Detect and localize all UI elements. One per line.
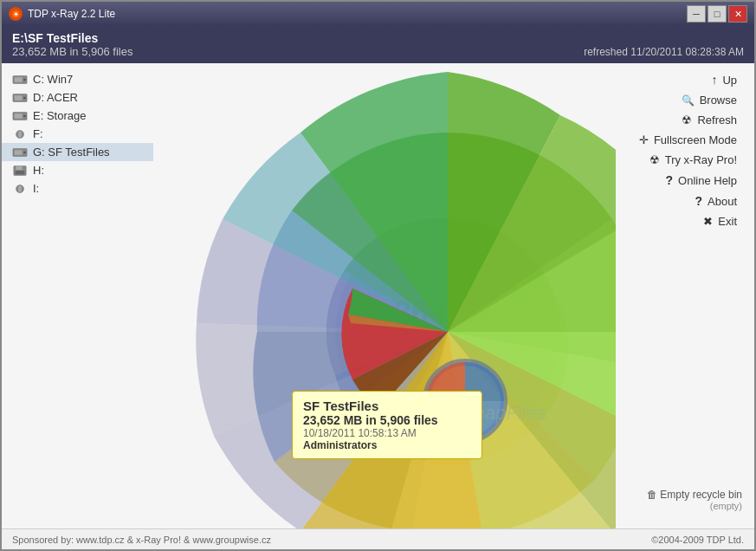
usb-icon <box>12 183 28 195</box>
recycle-bin-button[interactable]: 🗑 Empty recycle bin <box>647 489 742 501</box>
fullscreen-button[interactable]: ✛ Fullscreen Mode <box>634 131 742 149</box>
xray-pro-label: Try x-Ray Pro! <box>665 153 737 166</box>
svg-rect-15 <box>16 165 23 170</box>
hdd-icon <box>12 146 28 159</box>
drive-label: F: <box>33 127 43 140</box>
header-bar: E:\SF TestFiles 23,652 MB in 5,906 files… <box>2 26 754 63</box>
window-title: TDP x-Ray 2.2 Lite <box>28 8 115 20</box>
up-icon: ↑ <box>711 73 717 87</box>
tooltip-size: 23,652 MB in 5,906 files <box>303 413 471 427</box>
close-button[interactable]: ✕ <box>728 5 747 23</box>
svg-point-8 <box>23 114 26 117</box>
current-path: E:\SF TestFiles <box>12 31 744 45</box>
tooltip-date: 10/18/2011 10:58:13 AM <box>303 427 471 439</box>
sunburst-panel[interactable]: 264 GB <box>153 63 616 528</box>
tooltip-title: SF TestFiles <box>303 399 471 413</box>
main-window: ☀ TDP x-Ray 2.2 Lite ─ □ ✕ E:\SF TestFil… <box>0 0 756 551</box>
fullscreen-icon: ✛ <box>639 133 649 146</box>
xray-pro-icon: ☢ <box>649 153 660 166</box>
about-icon: ? <box>695 194 702 208</box>
header-size: 23,652 MB in 5,906 files <box>12 45 132 58</box>
header-refreshed: refreshed 11/20/2011 08:28:38 AM <box>584 46 744 58</box>
drive-item-d[interactable]: D: ACER <box>2 88 153 107</box>
refresh-icon: ☢ <box>682 113 692 126</box>
svg-point-13 <box>23 151 26 153</box>
svg-rect-4 <box>15 95 23 100</box>
drive-list: C: Win7 D: ACER E: Storage F: G: SF Test… <box>2 63 153 528</box>
floppy-icon <box>12 165 28 177</box>
drive-label: I: <box>33 182 39 195</box>
help-icon: ? <box>666 173 674 187</box>
online-help-label: Online Help <box>678 174 737 187</box>
drive-item-c[interactable]: C: Win7 <box>2 70 153 88</box>
usb-icon <box>12 128 28 140</box>
title-buttons: ─ □ ✕ <box>687 5 747 23</box>
svg-rect-18 <box>18 185 22 191</box>
tooltip-box: SF TestFiles 23,652 MB in 5,906 files 10… <box>292 391 482 459</box>
up-label: Up <box>722 74 737 87</box>
drive-label: C: Win7 <box>33 73 73 86</box>
about-button[interactable]: ? About <box>689 191 742 211</box>
svg-point-2 <box>23 78 26 81</box>
up-button[interactable]: ↑ Up <box>706 70 742 89</box>
hdd-icon <box>12 74 28 86</box>
svg-rect-7 <box>15 113 23 118</box>
xray-pro-button[interactable]: ☢ Try x-Ray Pro! <box>644 151 742 169</box>
svg-rect-12 <box>15 150 23 154</box>
browse-button[interactable]: 🔍 Browse <box>676 91 742 109</box>
hdd-icon <box>12 110 28 122</box>
hdd-icon <box>12 92 28 104</box>
header-info: 23,652 MB in 5,906 files refreshed 11/20… <box>12 45 744 58</box>
app-icon: ☀ <box>9 7 23 21</box>
drive-item-e[interactable]: E: Storage <box>2 107 153 125</box>
main-content: C: Win7 D: ACER E: Storage F: G: SF Test… <box>2 63 754 528</box>
svg-rect-1 <box>15 77 23 81</box>
refresh-label: Refresh <box>697 113 737 126</box>
svg-rect-16 <box>16 171 25 175</box>
svg-point-5 <box>23 96 26 99</box>
right-panel: ↑ Up 🔍 Browse ☢ Refresh ✛ Fullscreen Mod… <box>616 63 754 528</box>
drive-label: D: ACER <box>33 91 78 104</box>
online-help-button[interactable]: ? Online Help <box>661 171 743 190</box>
exit-button[interactable]: ✖ Exit <box>698 212 742 230</box>
title-bar: ☀ TDP x-Ray 2.2 Lite ─ □ ✕ <box>2 2 754 26</box>
drive-label: H: <box>33 164 44 177</box>
maximize-button[interactable]: □ <box>708 5 727 23</box>
footer-copyright: ©2004-2009 TDP Ltd. <box>651 535 744 545</box>
exit-label: Exit <box>718 215 737 228</box>
drive-item-f[interactable]: F: <box>2 125 153 143</box>
title-bar-left: ☀ TDP x-Ray 2.2 Lite <box>9 7 115 21</box>
browse-icon: 🔍 <box>682 94 695 107</box>
drive-label: E: Storage <box>33 109 86 122</box>
about-label: About <box>708 195 737 208</box>
footer: Sponsored by: www.tdp.cz & x-Ray Pro! & … <box>2 528 754 549</box>
drive-item-i[interactable]: I: <box>2 179 153 198</box>
fullscreen-label: Fullscreen Mode <box>654 133 737 146</box>
drive-item-h[interactable]: H: <box>2 161 153 179</box>
drive-label: G: SF TestFiles <box>33 146 110 159</box>
recycle-status: (empty) <box>647 501 742 511</box>
refresh-button[interactable]: ☢ Refresh <box>676 111 742 129</box>
footer-sponsor: Sponsored by: www.tdp.cz & x-Ray Pro! & … <box>12 535 271 545</box>
exit-icon: ✖ <box>703 215 713 228</box>
tooltip-user: Administrators <box>303 439 471 451</box>
browse-label: Browse <box>700 94 737 107</box>
svg-rect-10 <box>18 131 22 137</box>
recycle-area: 🗑 Empty recycle bin (empty) <box>647 489 742 522</box>
minimize-button[interactable]: ─ <box>687 5 706 23</box>
drive-item-g[interactable]: G: SF TestFiles <box>2 143 153 161</box>
